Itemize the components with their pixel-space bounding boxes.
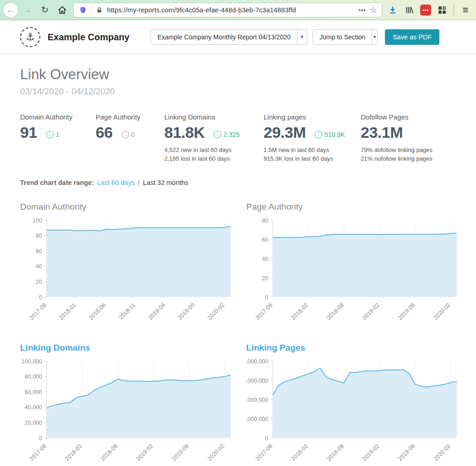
metric-notes: 1.5M new in last 60 days 915.3K lost in … <box>264 146 361 163</box>
url-bar[interactable]: https://my-reports.com/9fc4c05a-efae-448… <box>73 3 382 17</box>
page-authority-plot: 0204060802017-082018-022018-082019-02201… <box>246 214 460 332</box>
metric-delta: ↑ 2,325 <box>214 131 239 138</box>
svg-text:2018-02: 2018-02 <box>64 443 83 462</box>
company-name: Example Company <box>48 32 130 43</box>
svg-text:2019-02: 2019-02 <box>361 443 380 462</box>
linking-domains-chart: Linking Domains 020,00040,00060,00080,00… <box>20 343 233 466</box>
charts-grid: Domain Authority 0204060801002017-082018… <box>20 202 456 466</box>
trend-range-label: Trend chart date range: <box>20 179 94 186</box>
metric-domain-authority: Domain Authority 91 ↑ 1 <box>20 113 96 163</box>
svg-text:60: 60 <box>262 236 268 243</box>
trend-last-60-days-link[interactable]: Last 60 days <box>97 179 135 186</box>
delta-value: 510.9K <box>325 131 345 138</box>
svg-text:100,000: 100,000 <box>22 358 42 364</box>
svg-text:80,000: 80,000 <box>25 374 42 380</box>
delta-up-icon: ↑ <box>214 131 221 138</box>
note-line: 2,185 lost in last 60 days <box>164 155 264 163</box>
menu-hamburger-icon[interactable]: ≡ <box>460 4 471 16</box>
metric-dofollow-pages: Dofollow Pages 23.1M 79% dofollow linkin… <box>361 113 433 163</box>
linking-pages-plot: 010,000,00020,000,00030,000,00040,000,00… <box>246 355 460 466</box>
home-icon[interactable] <box>56 4 69 16</box>
svg-text:0: 0 <box>39 294 42 300</box>
linking-domains-link[interactable]: Linking Domains <box>20 343 233 353</box>
svg-text:40,000: 40,000 <box>25 404 42 411</box>
svg-text:20,000: 20,000 <box>25 420 42 426</box>
delta-flat-icon: → <box>122 131 129 138</box>
metric-label: Linking Domains <box>164 113 264 121</box>
svg-text:40: 40 <box>262 255 268 262</box>
domain-authority-plot: 0204060801002017-082018-012018-062018-11… <box>20 214 233 332</box>
chart-title: Page Authority <box>246 202 460 212</box>
svg-text:2019-08: 2019-08 <box>171 443 190 462</box>
report-select-value: Example Company Monthly Report 04/13/202… <box>151 33 297 41</box>
svg-text:40: 40 <box>36 263 42 270</box>
url-text[interactable]: https://my-reports.com/9fc4c05a-efae-448… <box>107 6 355 14</box>
page-title: Link Overview <box>20 66 456 83</box>
library-icon[interactable] <box>403 4 415 16</box>
forward-icon[interactable]: → <box>21 4 34 16</box>
domain-authority-chart: Domain Authority 0204060801002017-082018… <box>20 202 233 332</box>
bookmark-star-icon[interactable]: ☆ <box>370 5 377 15</box>
svg-text:2017-08: 2017-08 <box>28 443 48 462</box>
reload-icon[interactable]: ↻ <box>38 4 51 16</box>
svg-text:2019-08: 2019-08 <box>397 302 416 321</box>
note-line: 1.5M new in last 60 days <box>264 146 361 155</box>
metric-value: 23.1M <box>361 124 403 141</box>
page-actions-icon[interactable]: ••• <box>358 6 366 13</box>
metrics-row: Domain Authority 91 ↑ 1 Page Authority 6… <box>20 113 456 163</box>
svg-text:30,000,000: 30,000,000 <box>246 377 268 384</box>
svg-text:2018-06: 2018-06 <box>87 302 107 321</box>
note-line: 79% dofollow linking pages <box>361 146 433 155</box>
metric-label: Page Authority <box>96 113 164 121</box>
svg-text:80: 80 <box>36 233 42 239</box>
metric-label: Linking pages <box>264 113 361 121</box>
svg-text:2018-11: 2018-11 <box>118 302 137 321</box>
metric-delta: → 0 <box>122 131 135 138</box>
extension-red-dots: ••• <box>420 5 431 16</box>
svg-text:0: 0 <box>39 435 42 441</box>
svg-text:60: 60 <box>36 248 42 254</box>
svg-text:2018-02: 2018-02 <box>290 302 309 321</box>
extension-grid-icon[interactable] <box>436 4 448 16</box>
svg-text:2018-02: 2018-02 <box>290 443 309 462</box>
chevron-down-icon: ▼ <box>372 30 377 44</box>
downloads-icon[interactable] <box>387 4 399 16</box>
svg-text:2017-08: 2017-08 <box>28 302 48 321</box>
svg-text:100: 100 <box>32 217 42 223</box>
svg-text:0: 0 <box>265 294 268 300</box>
company-logo-anchor-icon: ⚓ <box>20 27 40 47</box>
delta-value: 1 <box>56 131 60 138</box>
jump-to-section-value: Jump to Section <box>313 33 372 41</box>
chart-title: Domain Authority <box>20 202 233 212</box>
report-header: ⚓ Example Company Example Company Monthl… <box>0 20 476 54</box>
svg-text:60,000: 60,000 <box>25 389 42 395</box>
svg-text:2019-08: 2019-08 <box>397 443 416 462</box>
svg-text:2020-02: 2020-02 <box>206 443 226 462</box>
report-select[interactable]: Example Company Monthly Report 04/13/202… <box>151 29 307 45</box>
browser-toolbar: ← → ↻ https://my-reports.com/9fc4c05a-ef… <box>0 0 476 20</box>
svg-text:2018-08: 2018-08 <box>99 443 119 462</box>
lock-icon <box>95 4 103 16</box>
linking-pages-link[interactable]: Linking Pages <box>246 343 460 353</box>
metric-linking-pages: Linking pages 29.3M ↑ 510.9K 1.5M new in… <box>264 113 361 163</box>
svg-text:2019-02: 2019-02 <box>361 302 380 321</box>
back-icon[interactable]: ← <box>3 2 18 18</box>
note-line: 915.3K lost in last 60 days <box>264 155 361 163</box>
metric-value: 29.3M <box>264 124 306 141</box>
svg-text:2018-01: 2018-01 <box>58 302 77 321</box>
tracking-shield-icon[interactable] <box>78 4 87 16</box>
delta-value: 2,325 <box>223 131 239 138</box>
svg-text:40,000,000: 40,000,000 <box>246 358 268 364</box>
delta-value: 0 <box>131 131 135 138</box>
save-as-pdf-button[interactable]: Save as PDF <box>385 29 439 45</box>
metric-value: 81.8K <box>164 124 205 141</box>
svg-text:2020-02: 2020-02 <box>433 302 452 321</box>
svg-text:2017-08: 2017-08 <box>254 443 274 462</box>
jump-to-section-select[interactable]: Jump to Section ▼ <box>313 29 378 45</box>
chevron-down-icon: ▼ <box>297 30 307 44</box>
extension-red-icon[interactable]: ••• <box>420 4 432 16</box>
trend-separator: | <box>138 179 140 186</box>
linking-domains-plot: 020,00040,00060,00080,000100,0002017-082… <box>20 355 233 466</box>
trend-last-32-months-option[interactable]: Last 32 months <box>143 179 188 186</box>
svg-text:20,000,000: 20,000,000 <box>246 396 268 403</box>
